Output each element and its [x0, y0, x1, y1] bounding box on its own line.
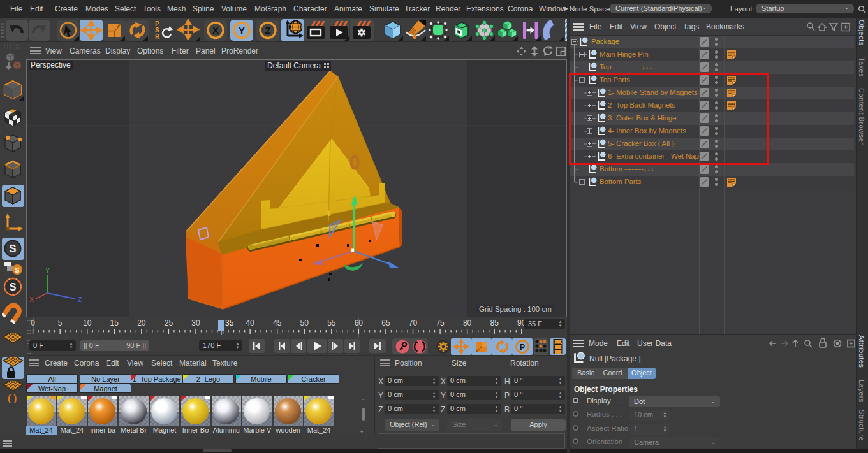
- svg-text:Z: Z: [265, 25, 270, 36]
- svg-text:X: X: [29, 296, 34, 303]
- svg-text:S: S: [9, 243, 16, 255]
- svg-text:P: P: [520, 343, 525, 352]
- svg-text:( ): ( ): [8, 392, 17, 403]
- svg-text:X: X: [212, 25, 219, 36]
- svg-text:S: S: [10, 282, 17, 292]
- svg-text:Z: Z: [78, 296, 82, 303]
- svg-text:R: R: [155, 33, 160, 40]
- svg-text:Y: Y: [45, 267, 50, 274]
- svg-text:Y: Y: [239, 25, 245, 36]
- svg-text:S: S: [15, 266, 19, 274]
